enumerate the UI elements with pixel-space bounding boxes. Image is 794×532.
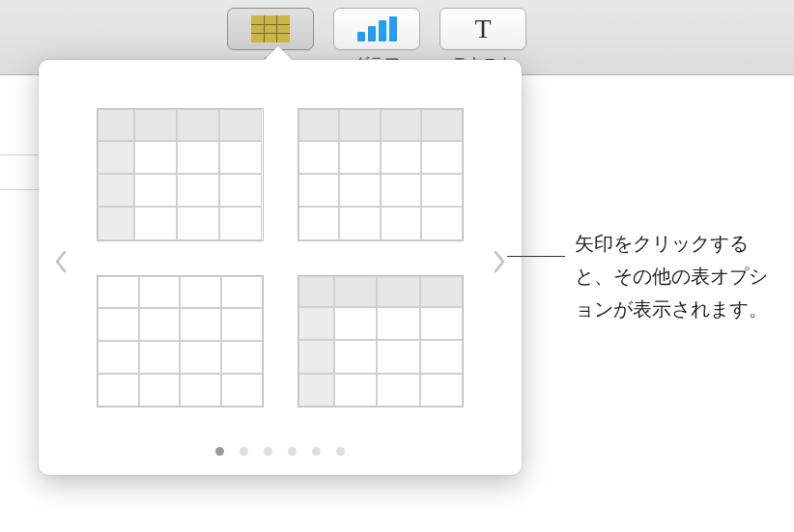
table-style-option-1[interactable] [97,108,264,241]
chart-icon [333,8,420,50]
text-icon: T [440,8,526,50]
table-style-option-4[interactable] [298,275,465,408]
page-indicator [39,447,522,456]
page-dot-1[interactable] [215,447,224,456]
next-page-arrow[interactable] [485,233,514,291]
callout-arrow-hint: 矢印をクリックすると、その他の表オプションが表示されます。 [575,227,778,325]
chevron-right-icon [493,250,506,273]
page-dot-3[interactable] [264,447,272,456]
document-ruled-lines [0,154,41,190]
table-styles-popover [39,60,522,475]
table-icon [227,8,314,50]
page-dot-4[interactable] [288,447,297,456]
callout-leader-line [507,256,565,257]
prev-page-arrow[interactable] [46,233,75,291]
table-style-option-2[interactable] [298,108,465,241]
table-styles-grid [97,108,464,407]
table-style-option-3[interactable] [97,275,264,408]
chevron-left-icon [54,250,68,273]
page-dot-2[interactable] [240,447,248,456]
page-dot-6[interactable] [336,447,345,456]
page-dot-5[interactable] [312,447,321,456]
